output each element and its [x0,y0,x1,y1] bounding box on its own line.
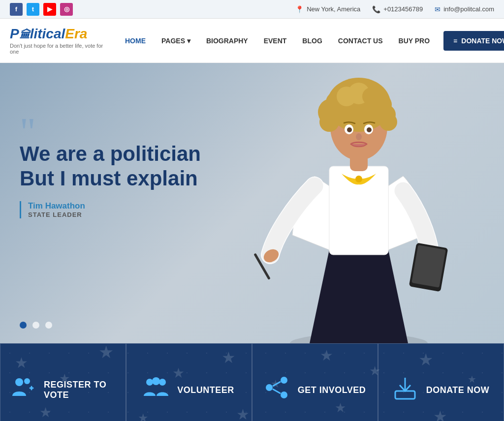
cta-involved[interactable]: GET INVOLVED [252,343,378,421]
phone-item: 📞 +0123456789 [372,5,423,13]
svg-point-46 [266,384,273,391]
logo-tagline: Don't just hope for a better life, vote … [10,43,103,55]
hero-dot-3[interactable] [45,322,52,329]
nav-event[interactable]: EVENT [257,33,294,49]
nav-pages[interactable]: PAGES ▾ [155,33,197,49]
hero-section: " We are a politician But I must explain… [0,63,504,343]
involved-icon [264,375,289,405]
donate-button[interactable]: ≡ DONATE NOW [443,31,504,51]
email-text: info@politcal.com [443,5,494,13]
hero-dot-2[interactable] [32,322,39,329]
hero-headline: We are a politician But I must explain [20,142,226,191]
facebook-icon[interactable]: f [10,3,23,16]
svg-point-22 [367,127,372,132]
donate-label: DONATE NOW [461,37,504,45]
location-item: 📍 New York, America [295,5,360,13]
cta-section: ★ ★ ★ ★ ★ ★ ★ ★ ★ ★ ★ ★ ★ ★ ★ [0,343,504,421]
top-bar: f t ▶ ◎ 📍 New York, America 📞 +012345678… [0,0,504,19]
volunteer-label: VOLUNTEER [177,385,234,395]
volunteer-icon [144,375,168,405]
hero-attribution: Tim Hawathon STATE LEADER [20,201,226,218]
logo-title: P🏛liticalEra [10,27,103,41]
cta-volunteer[interactable]: VOLUNTEER [126,343,252,421]
svg-line-47 [273,382,281,386]
hero-dots [20,322,52,329]
svg-line-48 [273,389,281,393]
involved-label: GET INVOLVED [298,385,366,395]
svg-point-45 [281,391,287,398]
donate-cta-icon [393,375,417,405]
donate-icon: ≡ [453,37,457,45]
twitter-icon[interactable]: t [27,3,39,16]
main-nav: HOME PAGES ▾ BIOGRAPHY EVENT BLOG CONTAC… [103,31,504,51]
svg-point-44 [281,377,287,384]
hero-content: " We are a politician But I must explain… [20,112,226,218]
nav-blog[interactable]: BLOG [295,33,329,49]
youtube-icon[interactable]: ▶ [43,3,56,16]
hero-person-title: STATE LEADER [28,211,226,218]
email-icon: ✉ [435,5,441,13]
phone-text: +0123456789 [383,5,423,13]
nav-buy-pro[interactable]: BUY PRO [392,33,437,49]
nav-contact[interactable]: CONTACT US [331,33,390,49]
logo-brand2: Era [65,26,87,41]
social-icons: f t ▶ ◎ [10,3,73,16]
donate-cta-label: DONATE NOW [426,385,490,395]
email-item: ✉ info@politcal.com [435,5,494,13]
cta-register[interactable]: REGISTER TO VOTE [0,343,126,421]
svg-point-40 [24,378,30,384]
location-text: New York, America [307,5,360,13]
svg-point-23 [356,133,362,140]
hero-person-name: Tim Hawathon [28,201,226,211]
svg-point-21 [347,127,352,132]
header: P🏛liticalEra Don't just hope for a bette… [0,19,504,63]
logo[interactable]: P🏛liticalEra Don't just hope for a bette… [10,27,103,55]
cta-donate[interactable]: DONATE NOW [378,343,504,421]
logo-brand1: P🏛litical [10,26,65,41]
register-icon [10,375,35,405]
svg-point-18 [379,113,397,131]
cta-grid: REGISTER TO VOTE VOLUNTEER [0,343,504,421]
top-contact: 📍 New York, America 📞 +0123456789 ✉ info… [295,5,494,13]
svg-point-39 [15,378,23,386]
svg-point-42 [152,377,160,385]
svg-point-2 [355,176,362,182]
nav-biography[interactable]: BIOGRAPHY [199,33,255,49]
instagram-icon[interactable]: ◎ [60,3,73,16]
phone-icon: 📞 [372,5,380,13]
location-icon: 📍 [295,5,304,13]
hero-person [253,68,465,343]
hero-dot-1[interactable] [20,322,27,329]
svg-rect-49 [395,391,415,399]
person-illustration [253,68,465,343]
register-label: REGISTER TO VOTE [44,380,116,400]
svg-point-41 [146,379,153,386]
nav-home[interactable]: HOME [118,33,153,49]
svg-point-17 [319,112,339,132]
svg-point-43 [159,379,166,386]
